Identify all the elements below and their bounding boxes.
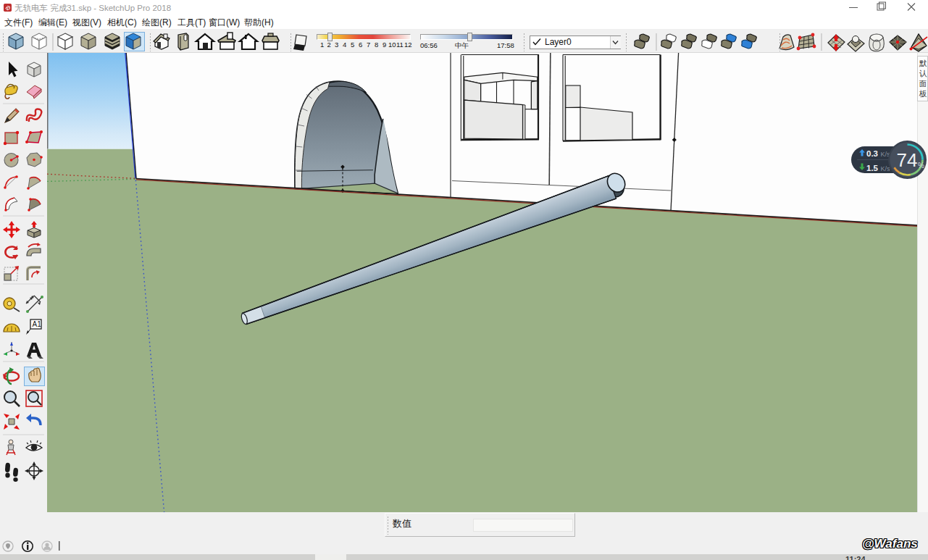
svg-text:A1: A1 xyxy=(33,320,42,328)
svg-text:7: 7 xyxy=(367,41,370,49)
svg-text:0.3: 0.3 xyxy=(866,149,878,158)
svg-text:K/s: K/s xyxy=(881,165,891,172)
svg-text:8: 8 xyxy=(375,41,378,49)
svg-text:6: 6 xyxy=(359,41,362,49)
svg-text:1: 1 xyxy=(320,41,324,49)
svg-text:1.5: 1.5 xyxy=(866,164,879,172)
svg-text:%: % xyxy=(918,162,924,170)
svg-text:10: 10 xyxy=(388,41,396,49)
svg-text:4: 4 xyxy=(343,41,346,49)
svg-text:2: 2 xyxy=(327,41,331,49)
svg-text:12: 12 xyxy=(404,41,412,49)
svg-text:9: 9 xyxy=(383,41,386,49)
svg-text:3: 3 xyxy=(335,41,338,49)
svg-text:11: 11 xyxy=(396,41,404,49)
svg-text:74: 74 xyxy=(897,149,918,171)
svg-text:5: 5 xyxy=(351,41,354,49)
